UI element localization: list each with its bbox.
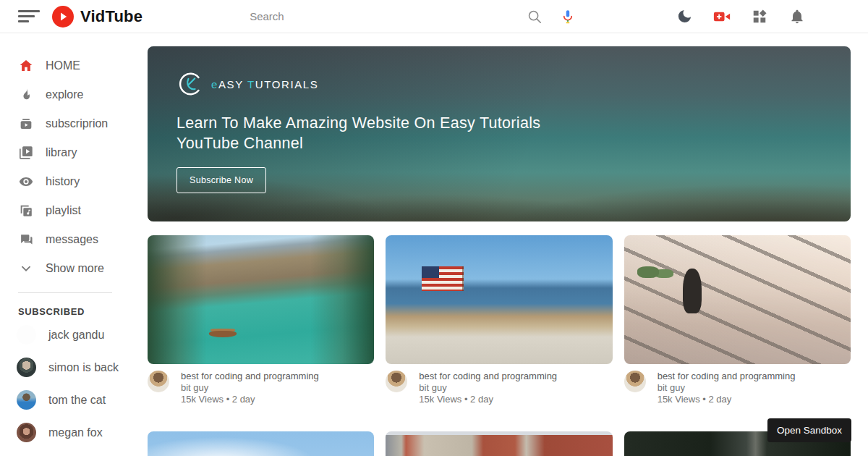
chevron-down-icon	[18, 261, 34, 276]
video-meta: 15k Views • 2 day	[181, 394, 319, 405]
sidebar-item-messages[interactable]: messages	[0, 225, 148, 254]
easy-tutorials-wordmark: eASY TUTORIALS	[211, 78, 318, 90]
avatar	[17, 325, 36, 345]
main-content: eASY TUTORIALS Learn To Make Amazing Web…	[148, 33, 868, 456]
mic-icon[interactable]	[559, 8, 576, 25]
flame-icon	[18, 87, 34, 103]
sidebar-item-playlist[interactable]: playlist	[0, 196, 148, 225]
sidebar-item-label: history	[46, 175, 80, 188]
search-input[interactable]	[250, 10, 526, 22]
video-card: best for coding and programming bit guy …	[148, 235, 374, 405]
sidebar-item-label: messages	[46, 233, 98, 246]
video-card: best for coding and programming bit guy …	[624, 235, 851, 405]
video-thumbnail-mountain-lake[interactable]	[148, 235, 374, 364]
search-icon[interactable]	[526, 8, 543, 25]
bell-icon[interactable]	[788, 8, 806, 25]
video-thumbnail-usa-flag-bike[interactable]	[386, 235, 612, 364]
play-logo-icon	[52, 6, 74, 28]
video-thumbnail-mall-escalator[interactable]	[624, 235, 851, 364]
messages-icon	[18, 232, 34, 248]
avatar[interactable]	[386, 371, 407, 392]
moon-icon[interactable]	[676, 8, 693, 25]
video-thumbnail-yosemite-sky[interactable]	[148, 431, 374, 456]
menu-icon[interactable]	[18, 9, 40, 24]
avatar	[17, 358, 36, 377]
sidebar-item-library[interactable]: library	[0, 138, 148, 167]
hero-banner: eASY TUTORIALS Learn To Make Amazing Web…	[148, 46, 851, 221]
sidebar-item-explore[interactable]: explore	[0, 80, 148, 109]
brand-name: VidTube	[80, 7, 142, 26]
video-channel[interactable]: bit guy	[419, 382, 557, 394]
video-title[interactable]: best for coding and programming	[658, 371, 796, 382]
sidebar-item-history[interactable]: history	[0, 167, 148, 196]
top-bar: VidTube	[0, 0, 868, 33]
video-grid-row2	[148, 431, 851, 456]
avatar[interactable]	[624, 371, 646, 392]
eye-icon	[18, 174, 34, 190]
avatar	[17, 390, 36, 410]
video-plus-icon[interactable]	[713, 8, 731, 25]
video-meta: 15k Views • 2 day	[658, 394, 796, 405]
sidebar-item-label: explore	[46, 88, 83, 101]
avatar[interactable]	[148, 371, 169, 392]
subscribed-header: SUBSCRIBED	[18, 306, 148, 317]
sidebar-item-label: playlist	[46, 204, 81, 217]
sidebar-item-label: HOME	[46, 59, 80, 72]
channel-name: jack gandu	[48, 329, 104, 342]
sidebar-item-label: subscriprion	[46, 117, 108, 130]
channel-name: simon is back	[48, 361, 119, 374]
video-grid-row1: best for coding and programming bit guy …	[148, 235, 851, 405]
subscribe-now-button[interactable]: Subscribe Now	[176, 167, 266, 193]
video-title[interactable]: best for coding and programming	[181, 371, 319, 382]
sidebar-item-label: Show more	[46, 262, 104, 275]
video-card: best for coding and programming bit guy …	[386, 235, 612, 405]
channel-tom-the-cat[interactable]: tom the cat	[0, 384, 148, 416]
easy-tutorials-logo-icon	[176, 70, 204, 98]
channel-megan-fox[interactable]: megan fox	[0, 416, 148, 449]
channel-jack-gandu[interactable]: jack gandu	[0, 318, 148, 351]
hero-banner-content: eASY TUTORIALS Learn To Make Amazing Web…	[148, 46, 851, 221]
sidebar: HOME explore subscriprion library	[0, 33, 148, 456]
avatar	[17, 423, 36, 442]
banner-headline: Learn To Make Amazing Website On Easy Tu…	[176, 114, 851, 153]
sidebar-divider	[18, 292, 112, 293]
playlist-icon	[18, 203, 34, 219]
subscription-icon	[18, 116, 34, 132]
sidebar-item-show-more[interactable]: Show more	[0, 254, 148, 283]
video-title[interactable]: best for coding and programming	[419, 371, 557, 382]
apps-grid-icon[interactable]	[751, 8, 768, 25]
sidebar-item-label: library	[46, 146, 77, 159]
video-channel[interactable]: bit guy	[658, 382, 796, 394]
open-sandbox-button[interactable]: Open Sandbox	[767, 418, 851, 442]
sidebar-item-subscription[interactable]: subscriprion	[0, 109, 148, 138]
brand-logo[interactable]: VidTube	[52, 6, 142, 28]
video-channel[interactable]: bit guy	[181, 382, 319, 394]
video-thumbnail-brick-street[interactable]	[386, 431, 612, 456]
sidebar-item-home[interactable]: HOME	[0, 51, 148, 80]
home-icon	[18, 58, 34, 74]
channel-name: megan fox	[48, 426, 103, 439]
channel-name: tom the cat	[48, 394, 106, 407]
video-meta: 15k Views • 2 day	[419, 394, 557, 405]
library-icon	[18, 145, 34, 161]
channel-simon-is-back[interactable]: simon is back	[0, 351, 148, 384]
